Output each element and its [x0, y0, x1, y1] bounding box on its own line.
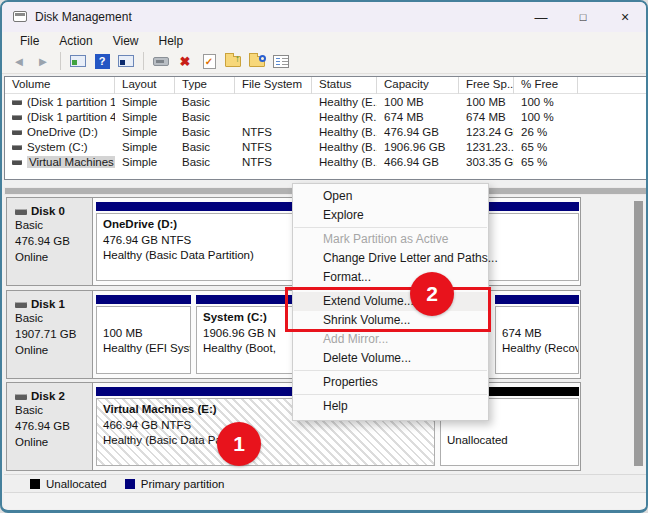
- close-icon: ×: [621, 9, 629, 25]
- status-bar: [4, 493, 648, 509]
- menu-item-format[interactable]: Format...: [293, 268, 488, 287]
- table-row[interactable]: OneDrive (D:) Simple Basic NTFS Healthy …: [5, 124, 647, 139]
- disk-management-window: Disk Management — □ × File Action View H…: [0, 0, 648, 513]
- menu-item-help[interactable]: Help: [293, 397, 488, 416]
- console-tree-icon[interactable]: [67, 51, 89, 71]
- menu-file[interactable]: File: [10, 34, 49, 48]
- title-bar: Disk Management — □ ×: [2, 2, 646, 32]
- window-title: Disk Management: [35, 10, 132, 24]
- menu-separator: [294, 227, 487, 228]
- annotation-step-1-badge: 1: [217, 422, 261, 466]
- primary-partition-bar: [96, 295, 191, 304]
- disk-icon: [15, 302, 27, 308]
- folder-search-icon[interactable]: [246, 51, 268, 71]
- menu-item-open[interactable]: Open: [293, 187, 488, 206]
- table-row[interactable]: (Disk 1 partition 1) Simple Basic Health…: [5, 94, 647, 109]
- menu-item-mark-partition-active: Mark Partition as Active: [293, 230, 488, 249]
- annotation-step-2-badge: 2: [410, 272, 454, 316]
- properties-icon[interactable]: [270, 51, 292, 71]
- disk-icon: [15, 394, 27, 400]
- primary-partition-bar: [495, 295, 579, 304]
- table-row[interactable]: System (C:) Simple Basic NTFS Healthy (B…: [5, 139, 647, 154]
- disk-2-info[interactable]: Disk 2 Basic 476.94 GB Online: [7, 383, 93, 470]
- volume-list-panel: Volume Layout Type File System Status Ca…: [4, 76, 648, 180]
- primary-partition-legend-swatch: [125, 479, 135, 489]
- toolbar-separator: [60, 52, 61, 70]
- disk-0-info[interactable]: Disk 0 Basic 476.94 GB Online: [7, 198, 93, 285]
- folder-up-icon[interactable]: ↑: [222, 51, 244, 71]
- maximize-icon: □: [580, 11, 587, 23]
- check-document-icon[interactable]: ✓: [198, 51, 220, 71]
- volume-icon: [12, 115, 22, 120]
- maximize-button[interactable]: □: [562, 2, 604, 32]
- menu-bar: File Action View Help: [2, 32, 646, 49]
- table-row-selected[interactable]: Virtual Machines (... Simple Basic NTFS …: [5, 154, 647, 169]
- column-header-volume[interactable]: Volume: [5, 77, 115, 94]
- column-header-pct-free[interactable]: % Free: [514, 77, 578, 94]
- volume-icon: [12, 100, 22, 105]
- menu-separator: [294, 370, 487, 371]
- menu-separator: [294, 394, 487, 395]
- column-header-free-space[interactable]: Free Sp...: [459, 77, 514, 94]
- forward-icon[interactable]: ►: [32, 51, 54, 71]
- menu-help[interactable]: Help: [149, 34, 194, 48]
- volume-icon: [12, 130, 22, 135]
- vertical-scrollbar-thumb[interactable]: [634, 201, 643, 466]
- delete-volume-icon[interactable]: ✖: [174, 51, 196, 71]
- table-header: Volume Layout Type File System Status Ca…: [5, 77, 647, 94]
- disk-1-info[interactable]: Disk 1 Basic 1907.71 GB Online: [7, 291, 93, 378]
- table-row[interactable]: (Disk 1 partition 4) Simple Basic Health…: [5, 109, 647, 124]
- menu-item-change-drive-letter[interactable]: Change Drive Letter and Paths...: [293, 249, 488, 268]
- column-header-layout[interactable]: Layout: [115, 77, 175, 94]
- toolbar-separator: [143, 52, 144, 70]
- column-header-filler: [578, 77, 647, 94]
- menu-item-delete-volume[interactable]: Delete Volume...: [293, 349, 488, 368]
- device-icon[interactable]: [150, 51, 172, 71]
- close-button[interactable]: ×: [604, 2, 646, 32]
- toolbar: ◄ ► ? ✖ ✓ ↑: [2, 49, 646, 74]
- back-icon[interactable]: ◄: [8, 51, 30, 71]
- minimize-icon: —: [535, 10, 548, 25]
- menu-item-properties[interactable]: Properties: [293, 373, 488, 392]
- unallocated-legend-label: Unallocated: [46, 478, 107, 490]
- column-header-capacity[interactable]: Capacity: [377, 77, 459, 94]
- vertical-scrollbar[interactable]: [632, 197, 645, 470]
- annotation-highlight-box: [285, 287, 491, 332]
- app-icon: [13, 11, 27, 22]
- column-header-type[interactable]: Type: [175, 77, 235, 94]
- legend-bar: Unallocated Primary partition: [4, 474, 648, 493]
- volume-icon: [12, 160, 22, 165]
- partition-recovery[interactable]: 674 MB Healthy (Recovery Partition: [495, 295, 579, 374]
- minimize-button[interactable]: —: [520, 2, 562, 32]
- help-icon[interactable]: ?: [91, 51, 113, 71]
- menu-item-add-mirror: Add Mirror...: [293, 330, 488, 349]
- menu-action[interactable]: Action: [49, 34, 102, 48]
- partition-efi[interactable]: 100 MB Healthy (EFI Syste: [96, 295, 191, 374]
- primary-partition-legend-label: Primary partition: [141, 478, 225, 490]
- column-header-status[interactable]: Status: [312, 77, 377, 94]
- unallocated-legend-swatch: [30, 479, 40, 489]
- volume-icon: [12, 145, 22, 150]
- menu-item-explore[interactable]: Explore: [293, 206, 488, 225]
- menu-view[interactable]: View: [103, 34, 149, 48]
- disk-icon: [15, 209, 27, 215]
- action-pane-icon[interactable]: [115, 51, 137, 71]
- column-header-file-system[interactable]: File System: [235, 77, 312, 94]
